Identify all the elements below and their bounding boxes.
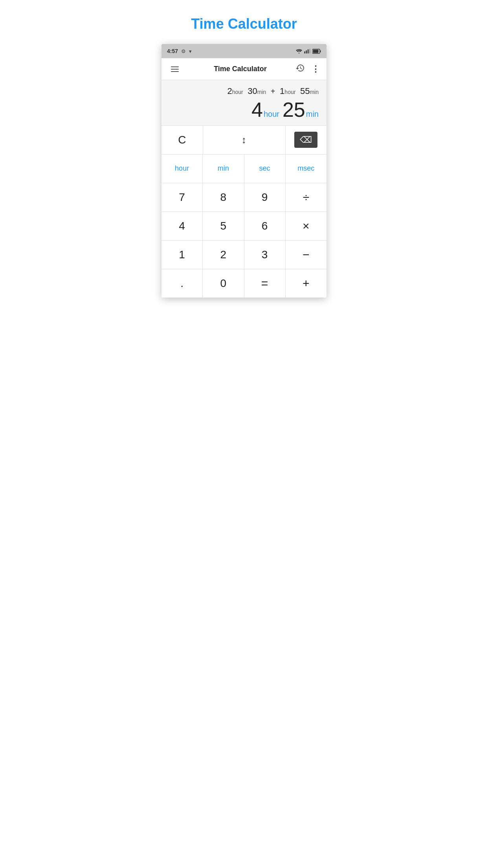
multiply-button[interactable]: × (286, 212, 327, 240)
expr-num4: 55 (300, 86, 310, 96)
svg-rect-6 (313, 50, 319, 53)
label-3: 3 (262, 248, 268, 261)
sec-button[interactable]: sec (244, 154, 286, 183)
expr-op: + (271, 87, 275, 96)
expr-num3: 1 (280, 86, 284, 96)
key-1[interactable]: 1 (161, 241, 203, 269)
result-min-label: min (306, 110, 319, 119)
hour-button[interactable]: hour (161, 154, 203, 183)
equals-label: = (261, 277, 268, 290)
display-area: 2hour 30min + 1hour 55min 4hour 25min (161, 80, 327, 126)
keypad-row-6: . 0 = + (161, 269, 327, 298)
key-7[interactable]: 7 (161, 183, 203, 211)
menu-button[interactable] (168, 63, 182, 75)
expr-num2: 30 (248, 86, 257, 96)
app-title: Time Calculator (154, 16, 334, 32)
keypad-row-2: hour min sec msec (161, 154, 327, 183)
result-min-num: 25 (283, 99, 305, 120)
label-2: 2 (220, 248, 227, 261)
keypad: C ↕ ⌫ hour min sec msec (161, 126, 327, 298)
hamburger-icon (171, 66, 179, 72)
keypad-row-3: 7 8 9 ÷ (161, 183, 327, 212)
svg-rect-5 (320, 50, 321, 52)
svg-rect-0 (304, 51, 305, 53)
dot-label: . (180, 277, 183, 290)
history-icon (295, 63, 305, 73)
key-0[interactable]: 0 (203, 269, 244, 298)
status-bar: 4:57 ⚙ ▾ (161, 44, 327, 58)
backspace-label: ⌫ (294, 132, 317, 148)
divide-button[interactable]: ÷ (286, 183, 327, 211)
multiply-label: × (303, 219, 310, 233)
backspace-icon: ⌫ (294, 135, 317, 145)
equals-button[interactable]: = (244, 269, 286, 298)
msec-label: msec (297, 164, 314, 173)
hamburger-line-1 (171, 66, 179, 67)
label-0: 0 (220, 277, 227, 290)
signal-icon (304, 49, 310, 53)
location-status-icon: ▾ (189, 48, 192, 54)
status-left: 4:57 ⚙ ▾ (167, 48, 192, 54)
hour-label: hour (175, 164, 189, 173)
key-2[interactable]: 2 (203, 241, 244, 269)
expr-unit2: min (257, 89, 266, 95)
keypad-row-5: 1 2 3 − (161, 241, 327, 269)
app-bar-actions: ⋮ (295, 63, 320, 75)
hamburger-line-2 (171, 69, 179, 70)
battery-icon (312, 49, 321, 54)
wifi-icon (296, 49, 302, 53)
expr-unit4: min (310, 89, 319, 95)
clear-label: C (178, 134, 186, 146)
label-9: 9 (262, 191, 268, 204)
svg-rect-2 (308, 50, 309, 53)
min-button[interactable]: min (203, 154, 244, 183)
swap-label: ↕ (242, 134, 246, 145)
label-4: 4 (179, 220, 185, 232)
dot-button[interactable]: . (161, 269, 203, 298)
swap-button[interactable]: ↕ (203, 126, 286, 154)
app-bar-title: Time Calculator (185, 65, 295, 73)
svg-rect-1 (306, 50, 307, 53)
msec-button[interactable]: msec (286, 154, 327, 183)
clear-button[interactable]: C (161, 126, 203, 154)
keypad-row-4: 4 5 6 × (161, 212, 327, 241)
add-button[interactable]: + (286, 269, 327, 298)
backspace-button[interactable]: ⌫ (286, 126, 327, 154)
key-6[interactable]: 6 (244, 212, 286, 240)
key-4[interactable]: 4 (161, 212, 203, 240)
label-7: 7 (179, 191, 185, 204)
result-num: 4 (251, 99, 263, 120)
expression-row: 2hour 30min + 1hour 55min (169, 86, 319, 97)
sec-label: sec (259, 164, 270, 173)
keypad-row-1: C ↕ ⌫ (161, 126, 327, 154)
key-5[interactable]: 5 (203, 212, 244, 240)
subtract-button[interactable]: − (286, 241, 327, 269)
divide-label: ÷ (303, 191, 309, 204)
status-time: 4:57 (167, 48, 178, 54)
status-right (296, 49, 321, 54)
expr-unit3: hour (284, 89, 295, 95)
key-9[interactable]: 9 (244, 183, 286, 211)
label-1: 1 (179, 248, 185, 261)
app-title-section: Time Calculator (146, 0, 342, 44)
add-label: + (303, 277, 310, 290)
label-8: 8 (220, 191, 227, 204)
svg-rect-3 (309, 49, 310, 53)
label-6: 6 (262, 220, 268, 232)
settings-status-icon: ⚙ (181, 48, 186, 54)
result-hour-label: hour (264, 110, 279, 119)
app-bar: Time Calculator ⋮ (161, 58, 327, 80)
label-5: 5 (220, 220, 227, 232)
hamburger-line-3 (171, 71, 179, 72)
key-3[interactable]: 3 (244, 241, 286, 269)
history-button[interactable] (295, 63, 305, 75)
expr-unit1: hour (232, 89, 243, 95)
phone-mockup: 4:57 ⚙ ▾ (161, 44, 327, 298)
more-options-button[interactable]: ⋮ (311, 64, 320, 74)
expr-num1: 2 (227, 86, 232, 96)
subtract-label: − (303, 248, 310, 261)
result-row: 4hour 25min (169, 99, 319, 120)
key-8[interactable]: 8 (203, 183, 244, 211)
min-label: min (218, 164, 229, 173)
